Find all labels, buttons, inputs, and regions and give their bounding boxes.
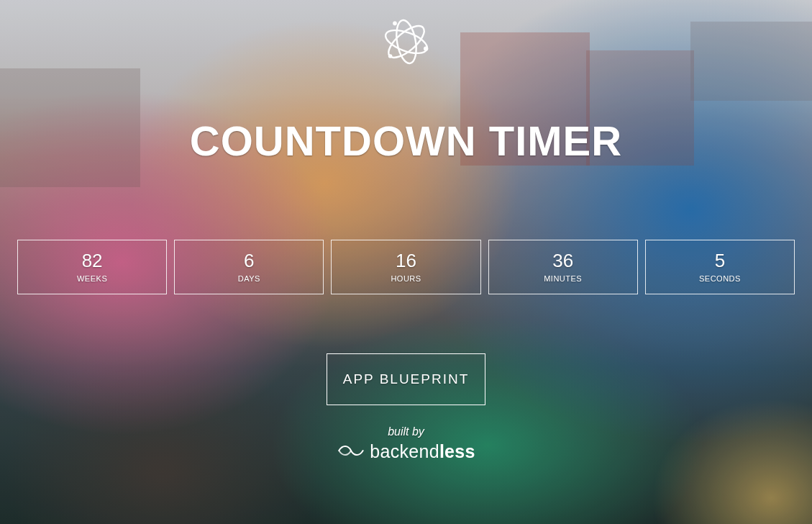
svg-point-4 [393,22,397,26]
backendless-logo: backendless [337,441,475,462]
app-blueprint-button[interactable]: APP BLUEPRINT [327,353,486,405]
timer-value: 5 [715,251,725,270]
timer-unit-days: 6 DAYS [174,240,324,294]
page-title: COUNTDOWN TIMER [190,117,622,165]
timer-unit-hours: 16 HOURS [331,240,480,294]
timer-label: SECONDS [699,274,741,283]
timer-label: DAYS [238,274,260,283]
infinity-swoosh-icon [337,443,365,461]
page-content: COUNTDOWN TIMER 82 WEEKS 6 DAYS 16 HOURS… [0,0,812,524]
atom-orbit-logo-icon [378,13,435,73]
page-background: COUNTDOWN TIMER 82 WEEKS 6 DAYS 16 HOURS… [0,0,812,524]
timer-unit-minutes: 36 MINUTES [488,240,638,294]
timer-value: 16 [396,251,416,270]
timer-unit-seconds: 5 SECONDS [645,240,795,294]
timer-label: HOURS [391,274,421,283]
svg-point-5 [388,54,392,58]
timer-label: WEEKS [77,274,107,283]
timer-value: 82 [82,251,103,270]
svg-point-3 [424,46,428,50]
svg-point-1 [393,19,419,65]
backendless-wordmark: backendless [370,441,475,462]
timer-value: 6 [244,251,254,270]
timer-unit-weeks: 82 WEEKS [17,240,167,294]
timer-label: MINUTES [544,274,582,283]
countdown-timer: 82 WEEKS 6 DAYS 16 HOURS 36 MINUTES 5 SE… [0,240,812,294]
timer-value: 36 [552,251,573,270]
built-by-text: built by [388,425,424,438]
built-by-footer: built by backendless [337,425,475,462]
